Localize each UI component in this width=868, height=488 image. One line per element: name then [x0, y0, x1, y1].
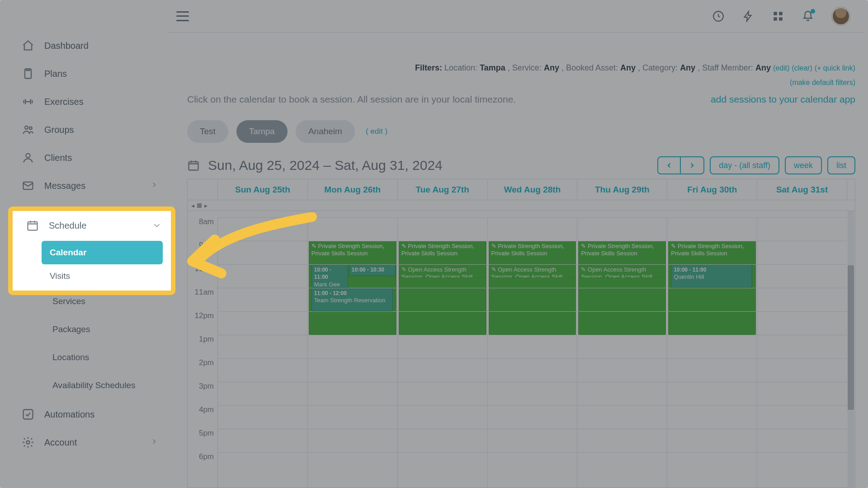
- sidebar-item-label: Dashboard: [44, 41, 89, 51]
- sidebar-item-label: Automations: [44, 409, 94, 420]
- sidebar-sub-availability[interactable]: Availability Schedules: [44, 372, 159, 399]
- location-chip-tampa[interactable]: Tampa: [236, 120, 288, 143]
- svg-rect-12: [189, 162, 198, 170]
- event-block[interactable]: ✎ Private Strength Session, Private Skil…: [399, 241, 486, 335]
- next-button[interactable]: [681, 156, 704, 174]
- day-col-sun[interactable]: [217, 217, 307, 488]
- check-icon: [22, 408, 34, 421]
- event-small[interactable]: 10:00 - 11:00Mark Gee: [311, 264, 348, 288]
- home-icon: [22, 39, 34, 52]
- person-icon: [22, 151, 34, 164]
- svg-point-7: [29, 127, 32, 130]
- event-open[interactable]: ✎ Open Access Strength Session, Open Acc…: [489, 264, 576, 278]
- event-block[interactable]: ✎ Private Strength Session, Private Skil…: [668, 241, 756, 335]
- main-content: Filters: Location: Tampa , Service: Any …: [177, 43, 860, 488]
- sidebar-item-schedule[interactable]: Schedule: [13, 211, 171, 240]
- sidebar-item-label: Clients: [44, 153, 72, 163]
- calendar-icon: [187, 159, 200, 172]
- filter-clear-link[interactable]: (clear): [792, 64, 812, 72]
- menu-toggle-button[interactable]: [176, 11, 189, 21]
- event-small[interactable]: 10:00 - 10:30: [349, 264, 396, 276]
- gear-icon: [22, 436, 34, 449]
- filter-bar: Filters: Location: Tampa , Service: Any …: [415, 61, 855, 90]
- sidebar-item-exercises[interactable]: Exercises: [8, 88, 167, 116]
- svg-rect-3: [774, 17, 777, 21]
- scrollbar-thumb[interactable]: [848, 265, 854, 410]
- history-icon[interactable]: [712, 10, 724, 22]
- location-chip-test[interactable]: Test: [187, 120, 228, 143]
- sidebar-item-automations[interactable]: Automations: [8, 400, 167, 428]
- notification-dot: [811, 9, 815, 14]
- sidebar-sub-calendar[interactable]: Calendar: [42, 241, 163, 264]
- event-reservation[interactable]: 11:00 - 12:00Team Strength Reservation: [311, 288, 393, 311]
- view-week-button[interactable]: week: [785, 156, 822, 174]
- sidebar-item-clients[interactable]: Clients: [8, 144, 167, 172]
- sidebar-item-messages[interactable]: Messages: [8, 172, 167, 200]
- mini-prev-icon[interactable]: ◂: [191, 202, 194, 209]
- sidebar-sub-visits[interactable]: Visits: [42, 264, 163, 288]
- event-block[interactable]: ✎ Private Strength Session, Private Skil…: [489, 241, 576, 335]
- location-chip-anaheim[interactable]: Anaheim: [296, 120, 355, 143]
- sidebar-item-account[interactable]: Account: [8, 428, 167, 456]
- app-window: Dashboard Plans Exercises Groups Clients…: [0, 0, 868, 488]
- filter-edit-link[interactable]: (edit): [773, 64, 789, 72]
- date-range: Sun, Aug 25, 2024 – Sat, Aug 31, 2024: [208, 158, 443, 173]
- sidebar-item-label: Exercises: [44, 97, 84, 107]
- svg-rect-1: [774, 12, 777, 15]
- event-small[interactable]: 10:00 - 11:00Quentin Hill: [671, 264, 752, 288]
- day-col-tue[interactable]: ✎ Private Strength Session, Private Skil…: [397, 217, 487, 488]
- sidebar-item-dashboard[interactable]: Dashboard: [8, 32, 167, 60]
- mini-next-icon[interactable]: ▸: [204, 202, 208, 209]
- locations-edit-link[interactable]: ( edit ): [366, 127, 387, 136]
- filter-default-link[interactable]: (make default filters): [790, 79, 855, 86]
- bolt-icon[interactable]: [742, 10, 754, 22]
- day-col-thu[interactable]: ✎ Private Strength Session, Private Skil…: [577, 217, 667, 488]
- day-col-sat[interactable]: [757, 217, 847, 488]
- svg-point-11: [27, 441, 30, 444]
- mail-icon: [22, 179, 34, 192]
- notifications-button[interactable]: [802, 10, 814, 22]
- event-open[interactable]: ✎ Open Access Strength Session, Open Acc…: [399, 264, 486, 278]
- clipboard-icon: [22, 67, 34, 80]
- svg-point-6: [25, 126, 28, 129]
- hint-text: Click on the calendar to book a session.…: [187, 94, 516, 105]
- sidebar-item-label: Schedule: [49, 221, 86, 231]
- sidebar-item-label: Account: [44, 437, 77, 448]
- sidebar-item-plans[interactable]: Plans: [8, 60, 167, 88]
- day-col-wed[interactable]: ✎ Private Strength Session, Private Skil…: [487, 217, 577, 488]
- calendar-grid[interactable]: Sun Aug 25th Mon Aug 26th Tue Aug 27th W…: [187, 179, 855, 488]
- sidebar-item-label: Messages: [44, 181, 85, 191]
- chevron-right-icon: [150, 437, 158, 448]
- event-block[interactable]: ✎ Private Strength Session, Private Skil…: [578, 241, 666, 335]
- topbar-icons: [712, 7, 850, 25]
- calendar-icon: [26, 219, 39, 232]
- svg-rect-13: [28, 222, 38, 230]
- svg-rect-2: [779, 12, 783, 15]
- dumbbell-icon: [22, 95, 34, 108]
- sidebar-item-groups[interactable]: Groups: [8, 116, 167, 144]
- chevron-down-icon: [152, 221, 162, 230]
- sidebar-sub-locations[interactable]: Locations: [44, 344, 159, 371]
- sidebar-sub-packages[interactable]: Packages: [44, 316, 159, 343]
- calendar-header: Sun, Aug 25, 2024 – Sat, Aug 31, 2024 da…: [187, 156, 855, 174]
- view-day-button[interactable]: day - (all staff): [710, 156, 779, 174]
- event-open[interactable]: ✎ Open Access Strength Session, Open Acc…: [578, 264, 666, 278]
- apps-icon[interactable]: [772, 10, 784, 22]
- prev-button[interactable]: [657, 156, 681, 174]
- day-col-mon[interactable]: ✎ Private Strength Session, Private Skil…: [307, 217, 397, 488]
- sidebar-item-label: Groups: [44, 125, 74, 135]
- filter-quicklink[interactable]: (+ quick link): [815, 64, 855, 72]
- avatar[interactable]: [832, 7, 850, 25]
- topbar: [167, 0, 863, 33]
- calendar-nav-buttons: [657, 156, 704, 174]
- svg-point-8: [26, 154, 30, 158]
- location-chips: Test Tampa Anaheim ( edit ): [187, 120, 387, 143]
- add-sessions-link[interactable]: add sessions to your calendar app: [711, 94, 855, 105]
- view-list-button[interactable]: list: [827, 156, 855, 174]
- sidebar-item-label: Plans: [44, 69, 67, 79]
- highlight-box: Schedule Calendar Visits: [8, 206, 175, 295]
- svg-rect-10: [24, 410, 33, 419]
- svg-rect-4: [779, 17, 783, 21]
- day-col-fri[interactable]: ✎ Private Strength Session, Private Skil…: [667, 217, 757, 488]
- time-labels: 8am9am10am11am12pm1pm2pm3pm4pm5pm6pm: [188, 217, 217, 476]
